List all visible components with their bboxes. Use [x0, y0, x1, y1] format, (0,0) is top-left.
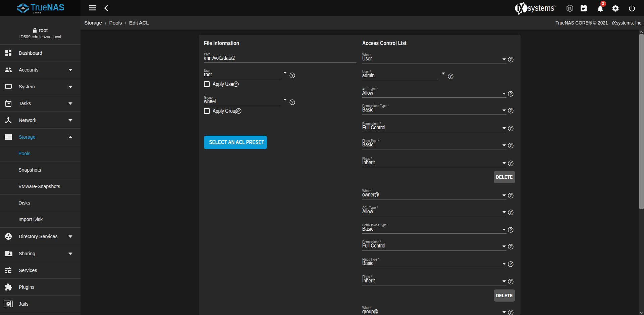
svg-text:?: ?: [509, 262, 512, 266]
svg-text:?: ?: [509, 228, 512, 232]
svg-text:?: ?: [237, 109, 240, 113]
svg-text:?: ?: [509, 310, 512, 314]
svg-text:?: ?: [509, 193, 512, 197]
svg-text:?: ?: [509, 210, 512, 214]
svg-text:?: ?: [509, 57, 512, 61]
svg-text:?: ?: [509, 92, 512, 96]
svg-text:?: ?: [449, 74, 452, 78]
svg-text:?: ?: [509, 279, 512, 283]
svg-text:?: ?: [509, 126, 512, 130]
svg-text:?: ?: [235, 82, 237, 86]
svg-text:?: ?: [509, 143, 512, 147]
svg-text:?: ?: [509, 244, 512, 249]
svg-text:?: ?: [291, 100, 293, 104]
svg-text:?: ?: [291, 73, 293, 77]
svg-text:?: ?: [509, 161, 512, 165]
svg-text:?: ?: [509, 108, 512, 113]
